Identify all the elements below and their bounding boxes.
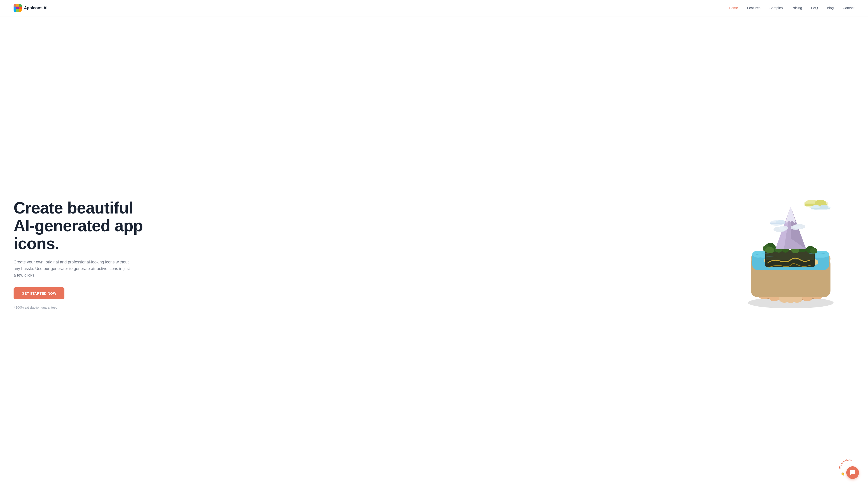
nav-link-pricing[interactable]: Pricing — [792, 6, 802, 10]
nav-link-samples[interactable]: Samples — [770, 6, 782, 10]
cta-button[interactable]: GET STARTED NOW — [13, 287, 64, 299]
svg-rect-7 — [811, 207, 830, 209]
svg-marker-43 — [786, 207, 795, 224]
svg-rect-10 — [770, 223, 786, 224]
nav-links: Home Features Samples Pricing FAQ Blog C… — [729, 6, 855, 10]
hero-subtitle: Create your own, original and profession… — [13, 259, 131, 278]
svg-point-45 — [779, 226, 788, 231]
hero-title: Create beautiful AI-generated app icons. — [13, 199, 145, 253]
nav-item-pricing[interactable]: Pricing — [792, 6, 802, 10]
nav-link-features[interactable]: Features — [747, 6, 761, 10]
nav-item-faq[interactable]: FAQ — [811, 6, 818, 10]
nav-item-samples[interactable]: Samples — [770, 6, 782, 10]
chat-button[interactable] — [846, 466, 859, 479]
nav-link-home[interactable]: Home — [729, 6, 738, 10]
brand-name: Appicons AI — [24, 6, 48, 10]
chat-icon — [850, 470, 856, 476]
nav-item-features[interactable]: Features — [747, 6, 761, 10]
svg-point-30 — [765, 247, 774, 253]
logo-icon — [13, 4, 22, 12]
nav-item-blog[interactable]: Blog — [827, 6, 834, 10]
navbar: Appicons AI Home Features Samples Pricin… — [0, 0, 868, 16]
we-are-here-container: We Are Here! 👋 — [839, 459, 859, 479]
hero-image — [728, 189, 855, 320]
nav-item-home[interactable]: Home — [729, 6, 738, 10]
guarantee-text: * 100% satisfaction guaranteed — [13, 306, 145, 309]
logo-container[interactable]: Appicons AI — [13, 4, 48, 12]
nav-link-blog[interactable]: Blog — [827, 6, 834, 10]
nav-link-faq[interactable]: FAQ — [811, 6, 818, 10]
hero-content: Create beautiful AI-generated app icons.… — [13, 199, 145, 310]
chat-widget[interactable]: We Are Here! 👋 — [839, 459, 859, 479]
nav-item-contact[interactable]: Contact — [843, 6, 855, 10]
svg-point-47 — [791, 225, 801, 230]
svg-text:👋: 👋 — [840, 471, 845, 476]
nav-link-contact[interactable]: Contact — [843, 6, 855, 10]
hero-section: Create beautiful AI-generated app icons.… — [0, 16, 868, 488]
island-illustration — [733, 193, 850, 315]
